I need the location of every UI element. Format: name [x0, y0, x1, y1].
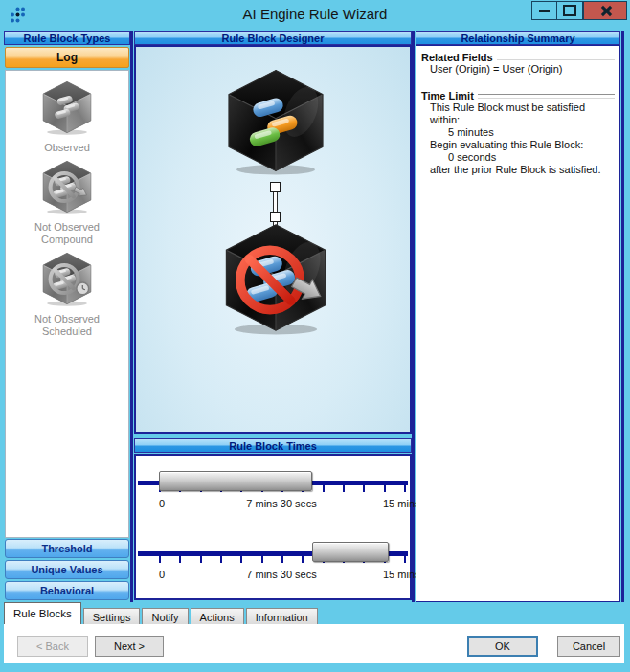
rule-block-types-panel: Rule Block Types Log Observed [4, 31, 130, 602]
rule-block-designer-header: Rule Block Designer [134, 31, 412, 45]
related-fields-value: User (Origin) = User (Origin) [430, 63, 615, 76]
close-button[interactable] [583, 1, 627, 20]
related-fields-section-title: Related Fields [421, 52, 615, 63]
divider-left-center [130, 31, 133, 602]
rule-type-not-observed-scheduled[interactable]: Not Observed Scheduled [14, 251, 120, 338]
divider-center-right [412, 31, 415, 602]
slider-2-label-min: 0 [151, 569, 172, 580]
rule-type-observed[interactable]: Observed [14, 79, 120, 154]
not-observed-scheduled-cube-icon [39, 251, 95, 306]
observed-cube-icon [39, 79, 95, 135]
time-limit-section-title: Time Limit [421, 90, 615, 101]
slider-1-label-min: 0 [151, 498, 172, 509]
rule-type-label: Observed [14, 142, 120, 154]
threshold-button[interactable]: Threshold [5, 539, 129, 558]
time-limit-value: 5 minutes [448, 126, 615, 139]
connector-handle-top[interactable] [270, 182, 281, 192]
relationship-summary-panel: Related Fields User (Origin) = User (Ori… [416, 45, 620, 602]
time-limit-line: after the prior Rule Block is satisfied. [430, 164, 615, 176]
rule-block-times-panel: 0 7 mins 30 secs 15 mins 0 7 mins 30 sec… [134, 454, 412, 600]
groove-line [478, 94, 615, 99]
log-button[interactable]: Log [5, 47, 129, 68]
titlebar: AI Engine Rule Wizard [0, 0, 630, 29]
rule-type-not-observed-compound[interactable]: Not Observed Compound [14, 159, 120, 246]
maximize-icon [563, 5, 576, 16]
not-observed-rule-block-cube[interactable] [218, 220, 333, 335]
rule-type-list: Observed Not Observed Compound [5, 70, 129, 538]
minimize-icon [539, 10, 550, 12]
time-limit-value: 0 seconds [448, 151, 615, 164]
rule-block-times-header: Rule Block Times [134, 438, 412, 453]
behavioral-button[interactable]: Behavioral [5, 581, 129, 600]
footer-bar: < Back Next > OK Cancel [4, 624, 624, 663]
time-limit-line: This Rule Block must be satisfied within… [430, 101, 615, 126]
rule-block-types-header: Rule Block Types [4, 31, 130, 45]
not-observed-compound-cube-icon [39, 159, 95, 214]
clock-icon [77, 282, 89, 295]
slider-2-label-mid: 7 mins 30 secs [234, 569, 329, 580]
next-button[interactable]: Next > [95, 636, 164, 657]
minimize-button[interactable] [531, 1, 557, 20]
rule-block-designer-canvas [134, 45, 412, 434]
time-slider-1-thumb[interactable] [159, 471, 312, 491]
back-button[interactable]: < Back [17, 636, 88, 657]
time-slider-2-thumb[interactable] [312, 542, 389, 562]
ok-button[interactable]: OK [467, 636, 538, 657]
cancel-button[interactable]: Cancel [557, 636, 620, 657]
unique-values-button[interactable]: Unique Values [5, 560, 129, 579]
slider-1-label-mid: 7 mins 30 secs [234, 498, 329, 509]
maximize-button[interactable] [556, 1, 583, 20]
rule-type-label: Not Observed Compound [14, 221, 120, 246]
groove-line [497, 56, 615, 60]
relationship-summary-header: Relationship Summary [416, 31, 620, 45]
rule-type-label: Not Observed Scheduled [14, 313, 120, 338]
observed-rule-block-cube[interactable] [218, 66, 333, 175]
ai-engine-rule-wizard-window: { "window": { "title": "AI Engine Rule W… [0, 0, 630, 672]
time-limit-line: Begin evaluating this Rule Block: [430, 139, 615, 151]
close-icon [599, 5, 612, 17]
divider-right-edge [621, 31, 624, 602]
